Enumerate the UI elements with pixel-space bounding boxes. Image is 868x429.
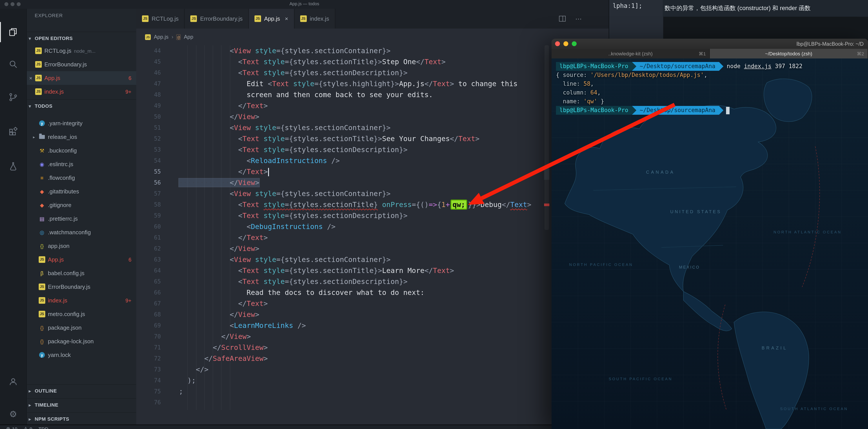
code-text[interactable]: <View style={styles.sectionContainer}> <box>179 188 391 199</box>
tree-item[interactable]: JSApp.js6 <box>27 253 137 266</box>
code-line[interactable]: 65 <Text style={styles.sectionDescriptio… <box>136 276 609 287</box>
code-line[interactable]: 53 <Text style={styles.sectionDescriptio… <box>136 144 609 155</box>
open-editor-item[interactable]: JSindex.js9+ <box>27 85 137 98</box>
terminal-close-icon[interactable] <box>555 41 560 46</box>
code-line[interactable]: 70 </View> <box>136 331 609 342</box>
tab-errorboundary.js[interactable]: JSErrorBoundary.js <box>185 9 249 29</box>
code-text[interactable]: </View> <box>179 331 251 342</box>
tree-item[interactable]: ◆.gitattributes <box>27 185 137 198</box>
code-text[interactable]: Read the docs to discover what to do nex… <box>179 287 424 298</box>
code-text[interactable]: <Text style={styles.sectionTitle}>Learn … <box>179 265 454 276</box>
code-line[interactable]: 66 Read the docs to discover what to do … <box>136 287 609 298</box>
close-editor-icon[interactable]: × <box>27 75 35 81</box>
tree-item[interactable]: JSmetro.config.js <box>27 307 137 321</box>
tree-item[interactable]: {}package.json <box>27 321 137 335</box>
code-line[interactable]: 55 </Text> <box>136 166 609 177</box>
code-line[interactable]: 60 <DebugInstructions /> <box>136 221 609 232</box>
code-line[interactable]: 57 <View style={styles.sectionContainer}… <box>136 188 609 199</box>
code-text[interactable]: ; <box>179 386 183 397</box>
terminal-tab[interactable]: ..knowledge-kit (zsh)⌘1 <box>552 49 710 58</box>
problems-warnings[interactable]: ⚠9 <box>24 426 32 429</box>
code-line[interactable]: 48 screen and then come back to see your… <box>136 89 609 100</box>
code-line[interactable]: 61 </Text> <box>136 232 609 243</box>
code-text[interactable]: <DebugInstructions /> <box>179 221 336 232</box>
code-text[interactable]: </> <box>179 364 209 375</box>
code-line[interactable]: 58 <Text style={styles.sectionTitle} onP… <box>136 199 609 210</box>
code-text[interactable]: <ReloadInstructions /> <box>179 155 340 166</box>
scrollbar-thumb[interactable] <box>545 45 549 230</box>
code-text[interactable]: Edit <Text style={styles.highlight}>App.… <box>179 78 518 89</box>
terminal-minimize-icon[interactable] <box>563 41 568 46</box>
code-line[interactable]: 72 </SafeAreaView> <box>136 353 609 364</box>
code-line[interactable]: 69 <LearnMoreLinks /> <box>136 320 609 331</box>
code-text[interactable]: <Text style={styles.sectionTitle}>See Yo… <box>179 133 479 144</box>
tree-item[interactable]: ⚒.buckconfig <box>27 144 137 157</box>
code-text[interactable]: </Text> <box>179 100 268 111</box>
tree-item[interactable]: JSindex.js9+ <box>27 294 137 307</box>
code-text[interactable]: <Text style={styles.sectionTitle}>Step O… <box>179 56 446 67</box>
terminal-tab[interactable]: ~/Desktop/todos (zsh)⌘2 <box>710 49 868 58</box>
open-editor-item[interactable]: JSErrorBoundary.js <box>27 58 137 71</box>
tab-app.js[interactable]: JSApp.js× <box>249 9 294 29</box>
code-line[interactable]: 50 </View> <box>136 111 609 122</box>
code-line[interactable]: 45 <Text style={styles.sectionTitle}>Ste… <box>136 56 609 67</box>
code-text[interactable]: </Text> <box>179 232 268 243</box>
code-text[interactable]: ); <box>179 375 196 386</box>
code-line[interactable]: 59 <Text style={styles.sectionDescriptio… <box>136 210 609 221</box>
code-line[interactable]: 44 <View style={styles.sectionContainer}… <box>136 45 609 56</box>
breadcrumb-file[interactable]: App.js <box>154 34 168 40</box>
code-text[interactable]: screen and then come back to see your ed… <box>179 89 433 100</box>
code-text[interactable]: </Text> <box>179 298 268 309</box>
code-text[interactable]: <LearnMoreLinks /> <box>179 320 306 331</box>
code-line[interactable]: 49 </Text> <box>136 100 609 111</box>
terminal-zoom-icon[interactable] <box>572 41 577 46</box>
code-text[interactable]: </ScrollView> <box>179 342 268 353</box>
tree-item[interactable]: ▸release_ios <box>27 130 137 144</box>
split-editor-icon[interactable] <box>559 16 566 22</box>
code-text[interactable]: ············</View> <box>179 177 259 188</box>
more-actions-icon[interactable]: ⋯ <box>575 15 582 23</box>
source-control-icon[interactable] <box>0 87 26 107</box>
problems-errors[interactable]: ⊗10 <box>6 426 18 429</box>
code-area[interactable]: 44 <View style={styles.sectionContainer}… <box>136 45 609 425</box>
code-text[interactable]: <View style={styles.sectionContainer}> <box>179 45 391 56</box>
tree-item[interactable]: βbabel.config.js <box>27 266 137 280</box>
editor-scrollbar[interactable] <box>543 45 551 425</box>
code-text[interactable]: </Text> <box>179 166 269 177</box>
code-line[interactable]: 46 <Text style={styles.sectionDescriptio… <box>136 67 609 78</box>
close-tab-icon[interactable]: × <box>285 16 288 22</box>
section-outline[interactable]: ▸OUTLINE <box>27 384 137 397</box>
tab-index.js[interactable]: JSindex.js <box>294 9 335 29</box>
code-text[interactable]: <Text style={styles.sectionTitle} onPres… <box>179 199 531 210</box>
code-line[interactable]: 64 <Text style={styles.sectionTitle}>Lea… <box>136 265 609 276</box>
code-text[interactable]: <View style={styles.sectionContainer}> <box>179 254 391 265</box>
tree-item[interactable]: ▤.prettierrc.js <box>27 212 137 225</box>
code-text[interactable]: <View style={styles.sectionContainer}> <box>179 122 391 133</box>
tree-item[interactable]: y.yarn-integrity <box>27 117 137 130</box>
code-text[interactable]: </SafeAreaView> <box>179 353 268 364</box>
tree-item[interactable]: {}package-lock.json <box>27 335 137 348</box>
code-line[interactable]: 68 </View> <box>136 309 609 320</box>
code-line[interactable]: 73 </> <box>136 364 609 375</box>
section-timeline[interactable]: ▸TIMELINE <box>27 398 137 411</box>
open-editor-item[interactable]: JSRCTLog.jsnode_m... <box>27 44 137 58</box>
test-beaker-icon[interactable] <box>0 156 26 177</box>
code-line[interactable]: 67 </Text> <box>136 298 609 309</box>
tree-item[interactable]: ≡.flowconfig <box>27 171 137 185</box>
account-icon[interactable] <box>0 371 26 392</box>
code-line[interactable]: 74 ); <box>136 375 609 386</box>
code-line[interactable]: 63 <View style={styles.sectionContainer}… <box>136 254 609 265</box>
project-tree-header[interactable]: ▾TODOS <box>27 99 137 112</box>
open-editor-item[interactable]: ×JSApp.js6 <box>27 71 137 85</box>
tree-item[interactable]: yyarn.lock <box>27 348 137 362</box>
code-line[interactable]: 56············</View> <box>136 177 609 188</box>
tree-item[interactable]: ◆.gitignore <box>27 198 137 212</box>
extensions-icon[interactable] <box>0 122 26 142</box>
tab-rctlog.js[interactable]: JSRCTLog.js <box>136 9 185 29</box>
tree-item[interactable]: ◉.eslintrc.js <box>27 157 137 171</box>
tree-item[interactable]: {}app.json <box>27 239 137 253</box>
code-text[interactable]: <Text style={styles.sectionDescription}> <box>179 210 407 221</box>
code-line[interactable]: 52 <Text style={styles.sectionTitle}>See… <box>136 133 609 144</box>
code-text[interactable]: <Text style={styles.sectionDescription}> <box>179 67 407 78</box>
code-text[interactable]: </View> <box>179 243 259 254</box>
